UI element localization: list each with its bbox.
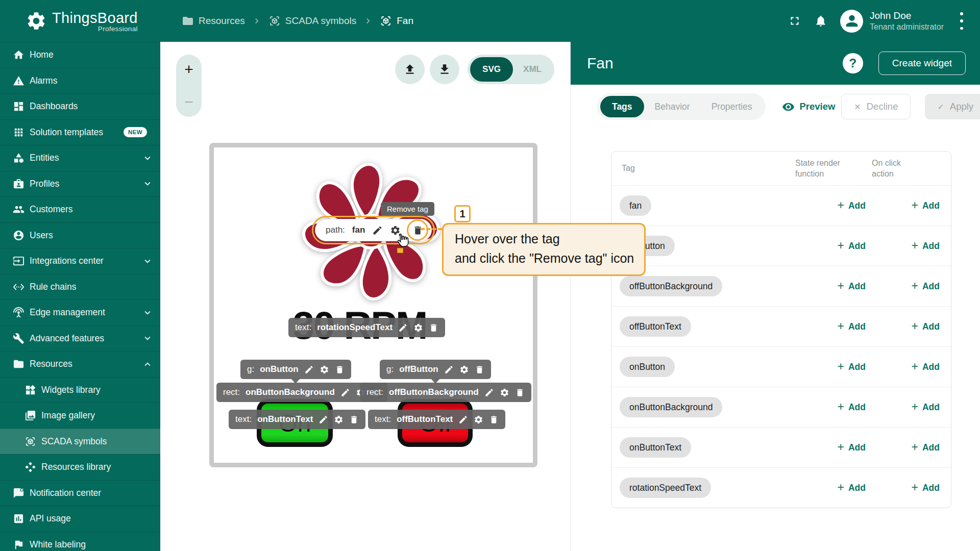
- tab-tags[interactable]: Tags: [600, 96, 644, 117]
- add-on-click-action-button[interactable]: +Add: [912, 442, 940, 453]
- sidebar-item-label: Solution templates: [30, 127, 103, 138]
- settings-icon[interactable]: [474, 415, 483, 424]
- tab-properties[interactable]: Properties: [701, 96, 763, 117]
- settings-icon[interactable]: [413, 323, 423, 333]
- settings-icon[interactable]: [500, 388, 509, 397]
- tag-pill-text-off-button: text:offButtonText: [368, 410, 505, 429]
- sidebar-item-integrations-center[interactable]: Integrations center: [0, 248, 160, 274]
- sidebar-item-label: Edge management: [30, 307, 105, 318]
- sidebar-item-label: Profiles: [30, 179, 59, 189]
- apply-button[interactable]: ✓ Apply: [925, 94, 980, 119]
- edit-icon[interactable]: [318, 415, 328, 424]
- sidebar-item-customers[interactable]: Customers: [0, 196, 160, 222]
- sidebar-item-alarms[interactable]: Alarms: [0, 68, 160, 94]
- sidebar-item-resources-library[interactable]: Resources library: [0, 454, 160, 480]
- more-vert-icon[interactable]: [957, 11, 967, 31]
- add-state-render-function-button[interactable]: +Add: [838, 201, 866, 211]
- add-on-click-action-button[interactable]: +Add: [912, 281, 940, 292]
- tag-chip[interactable]: fan: [620, 195, 651, 216]
- help-button[interactable]: ?: [843, 53, 863, 73]
- add-state-render-function-button[interactable]: +Add: [838, 321, 866, 332]
- add-state-render-function-button[interactable]: +Add: [838, 483, 866, 493]
- tag-chip[interactable]: offButtonText: [620, 316, 691, 337]
- delete-icon[interactable]: [489, 415, 499, 424]
- breadcrumb-resources[interactable]: Resources: [182, 15, 245, 27]
- add-on-click-action-button[interactable]: +Add: [912, 321, 940, 332]
- tag-chip[interactable]: offButton: [620, 236, 675, 256]
- delete-icon[interactable]: [349, 415, 359, 424]
- edit-icon[interactable]: [304, 365, 314, 374]
- sidebar-item-users[interactable]: Users: [0, 222, 160, 248]
- settings-icon[interactable]: [459, 365, 469, 374]
- close-icon: ✕: [854, 102, 861, 112]
- edit-icon[interactable]: [484, 388, 494, 397]
- svg-mode-button[interactable]: SVG: [470, 57, 513, 82]
- create-widget-button[interactable]: Create widget: [878, 52, 966, 75]
- new-badge: NEW: [124, 127, 147, 137]
- add-state-render-function-button[interactable]: +Add: [838, 442, 866, 453]
- sidebar-item-notification-center[interactable]: Notification center: [0, 480, 160, 506]
- zoom-in-button[interactable]: +: [184, 62, 193, 77]
- delete-icon[interactable]: [515, 388, 525, 397]
- thingsboard-logo-icon: [26, 10, 47, 32]
- sidebar-item-label: Integrations center: [30, 256, 104, 266]
- add-on-click-action-button[interactable]: +Add: [912, 241, 940, 252]
- fullscreen-icon[interactable]: [788, 14, 801, 28]
- sidebar-item-solution-templates[interactable]: Solution templates NEW: [0, 119, 160, 145]
- settings-icon[interactable]: [334, 415, 344, 424]
- notifications-bell-icon[interactable]: [814, 14, 827, 28]
- edit-icon[interactable]: [398, 323, 408, 333]
- sidebar-item-api-usage[interactable]: API usage: [0, 506, 160, 532]
- decline-button[interactable]: ✕ Decline: [841, 94, 911, 119]
- add-on-click-action-button[interactable]: +Add: [912, 483, 940, 493]
- add-on-click-action-button[interactable]: +Add: [912, 362, 940, 372]
- column-on-click-action: On click action: [872, 158, 923, 179]
- edit-icon[interactable]: [444, 365, 454, 374]
- solution-templates-icon: [13, 127, 24, 138]
- delete-icon[interactable]: [429, 323, 438, 333]
- sidebar-item-entities[interactable]: Entities: [0, 145, 160, 171]
- delete-icon[interactable]: [475, 365, 484, 374]
- sidebar-item-edge-management[interactable]: Edge management: [0, 299, 160, 325]
- sidebar-item-profiles[interactable]: Profiles: [0, 171, 160, 197]
- tab-behavior[interactable]: Behavior: [644, 96, 701, 117]
- sidebar-item-home[interactable]: Home: [0, 42, 160, 68]
- sidebar-item-scada-symbols[interactable]: SCADA symbols: [0, 429, 160, 455]
- zoom-out-button[interactable]: −: [184, 94, 193, 110]
- tag-chip[interactable]: onButtonBackground: [620, 397, 722, 417]
- settings-icon[interactable]: [320, 365, 329, 374]
- edit-icon[interactable]: [340, 388, 350, 397]
- breadcrumb-scada-symbols[interactable]: SCADA symbols: [268, 15, 356, 27]
- users-icon: [13, 230, 24, 241]
- highlighted-tag-toolbar: path: fan: [312, 216, 435, 244]
- add-state-render-function-button[interactable]: +Add: [838, 402, 866, 413]
- add-state-render-function-button[interactable]: +Add: [838, 362, 866, 372]
- add-on-click-action-button[interactable]: +Add: [912, 402, 940, 413]
- sidebar-item-rule-chains[interactable]: Rule chains: [0, 274, 160, 300]
- xml-mode-button[interactable]: XML: [513, 64, 552, 74]
- preview-button[interactable]: Preview: [782, 101, 835, 113]
- add-state-render-function-button[interactable]: +Add: [838, 241, 866, 252]
- sidebar-item-image-gallery[interactable]: Image gallery: [0, 403, 160, 429]
- sidebar-item-dashboards[interactable]: Dashboards: [0, 93, 160, 119]
- user-menu[interactable]: John Doe Tenant administrator: [840, 10, 944, 33]
- preview-label: Preview: [799, 101, 835, 112]
- edit-icon[interactable]: [458, 415, 468, 424]
- download-button[interactable]: [430, 55, 459, 84]
- tag-chip[interactable]: onButton: [620, 357, 675, 377]
- logo[interactable]: ThingsBoard Professional: [0, 0, 160, 42]
- sidebar-item-widgets-library[interactable]: Widgets library: [0, 377, 160, 403]
- delete-icon[interactable]: [335, 365, 345, 374]
- upload-button[interactable]: [395, 55, 425, 84]
- edit-icon[interactable]: [372, 225, 383, 236]
- add-on-click-action-button[interactable]: +Add: [912, 201, 940, 211]
- tag-chip[interactable]: rotationSpeedText: [620, 478, 711, 498]
- chevron-down-icon: [142, 256, 153, 267]
- sidebar-item-advanced-features[interactable]: Advanced features: [0, 325, 160, 352]
- breadcrumb-fan[interactable]: Fan: [380, 15, 413, 27]
- add-state-render-function-button[interactable]: +Add: [838, 281, 866, 292]
- tag-chip[interactable]: offButtonBackground: [620, 276, 722, 296]
- tag-chip[interactable]: onButtonText: [620, 437, 691, 458]
- sidebar-item-white-labeling[interactable]: White labeling: [0, 532, 160, 551]
- sidebar-item-resources[interactable]: Resources: [0, 351, 160, 377]
